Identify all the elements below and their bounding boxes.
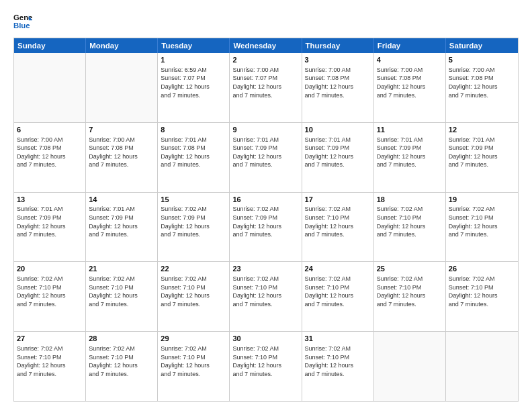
day-number: 19	[449, 195, 515, 205]
day-cell-19: 19Sunrise: 7:02 AM Sunset: 7:10 PM Dayli…	[446, 193, 518, 262]
day-info: Sunrise: 7:00 AM Sunset: 7:08 PM Dayligh…	[89, 136, 154, 169]
day-info: Sunrise: 7:01 AM Sunset: 7:09 PM Dayligh…	[17, 205, 83, 238]
day-number: 12	[449, 125, 515, 135]
day-info: Sunrise: 7:01 AM Sunset: 7:09 PM Dayligh…	[377, 136, 443, 169]
day-number: 17	[305, 195, 371, 205]
day-info: Sunrise: 7:02 AM Sunset: 7:10 PM Dayligh…	[232, 345, 298, 378]
day-info: Sunrise: 7:02 AM Sunset: 7:10 PM Dayligh…	[17, 275, 83, 308]
day-info: Sunrise: 7:00 AM Sunset: 7:08 PM Dayligh…	[305, 66, 371, 99]
day-info: Sunrise: 7:02 AM Sunset: 7:09 PM Dayligh…	[232, 205, 298, 238]
day-cell-2: 2Sunrise: 7:00 AM Sunset: 7:07 PM Daylig…	[230, 53, 302, 122]
day-number: 10	[305, 125, 371, 135]
day-info: Sunrise: 7:02 AM Sunset: 7:10 PM Dayligh…	[89, 275, 154, 308]
week-row-1: 1Sunrise: 6:59 AM Sunset: 7:07 PM Daylig…	[14, 53, 518, 122]
day-number: 27	[17, 334, 83, 344]
day-header-monday: Monday	[86, 38, 158, 53]
day-info: Sunrise: 7:02 AM Sunset: 7:10 PM Dayligh…	[305, 275, 371, 308]
day-number: 7	[89, 125, 154, 135]
day-info: Sunrise: 7:02 AM Sunset: 7:10 PM Dayligh…	[161, 275, 226, 308]
day-cell-30: 30Sunrise: 7:02 AM Sunset: 7:10 PM Dayli…	[230, 332, 302, 401]
empty-cell	[14, 53, 86, 122]
day-cell-25: 25Sunrise: 7:02 AM Sunset: 7:10 PM Dayli…	[374, 262, 446, 331]
header: General Blue	[13, 12, 519, 31]
week-row-2: 6Sunrise: 7:00 AM Sunset: 7:08 PM Daylig…	[14, 122, 518, 192]
day-info: Sunrise: 7:02 AM Sunset: 7:10 PM Dayligh…	[305, 345, 371, 378]
week-row-3: 13Sunrise: 7:01 AM Sunset: 7:09 PM Dayli…	[14, 192, 518, 262]
day-number: 30	[232, 334, 298, 344]
day-number: 4	[377, 55, 443, 65]
day-cell-7: 7Sunrise: 7:00 AM Sunset: 7:08 PM Daylig…	[86, 123, 158, 192]
day-cell-15: 15Sunrise: 7:02 AM Sunset: 7:09 PM Dayli…	[158, 193, 230, 262]
day-cell-31: 31Sunrise: 7:02 AM Sunset: 7:10 PM Dayli…	[302, 332, 374, 401]
day-info: Sunrise: 7:00 AM Sunset: 7:08 PM Dayligh…	[449, 66, 515, 99]
day-info: Sunrise: 7:01 AM Sunset: 7:09 PM Dayligh…	[89, 205, 154, 238]
week-row-4: 20Sunrise: 7:02 AM Sunset: 7:10 PM Dayli…	[14, 261, 518, 331]
day-cell-6: 6Sunrise: 7:00 AM Sunset: 7:08 PM Daylig…	[14, 123, 86, 192]
day-info: Sunrise: 7:02 AM Sunset: 7:10 PM Dayligh…	[377, 275, 443, 308]
day-cell-17: 17Sunrise: 7:02 AM Sunset: 7:10 PM Dayli…	[302, 193, 374, 262]
day-number: 9	[232, 125, 298, 135]
day-number: 2	[232, 55, 298, 65]
day-number: 18	[377, 195, 443, 205]
day-number: 22	[161, 264, 226, 274]
day-cell-9: 9Sunrise: 7:01 AM Sunset: 7:09 PM Daylig…	[230, 123, 302, 192]
day-info: Sunrise: 6:59 AM Sunset: 7:07 PM Dayligh…	[161, 66, 226, 99]
day-number: 8	[161, 125, 226, 135]
day-cell-24: 24Sunrise: 7:02 AM Sunset: 7:10 PM Dayli…	[302, 262, 374, 331]
day-info: Sunrise: 7:01 AM Sunset: 7:09 PM Dayligh…	[449, 136, 515, 169]
day-info: Sunrise: 7:00 AM Sunset: 7:08 PM Dayligh…	[17, 136, 83, 169]
day-cell-1: 1Sunrise: 6:59 AM Sunset: 7:07 PM Daylig…	[158, 53, 230, 122]
day-cell-11: 11Sunrise: 7:01 AM Sunset: 7:09 PM Dayli…	[374, 123, 446, 192]
day-info: Sunrise: 7:02 AM Sunset: 7:10 PM Dayligh…	[449, 275, 515, 308]
empty-cell	[86, 53, 158, 122]
day-number: 24	[305, 264, 371, 274]
day-info: Sunrise: 7:02 AM Sunset: 7:10 PM Dayligh…	[161, 345, 226, 378]
empty-cell	[374, 332, 446, 401]
day-number: 5	[449, 55, 515, 65]
day-number: 21	[89, 264, 154, 274]
day-number: 26	[449, 264, 515, 274]
week-row-5: 27Sunrise: 7:02 AM Sunset: 7:10 PM Dayli…	[14, 331, 518, 401]
day-header-wednesday: Wednesday	[230, 38, 302, 53]
day-header-saturday: Saturday	[446, 38, 518, 53]
day-header-tuesday: Tuesday	[158, 38, 230, 53]
day-cell-3: 3Sunrise: 7:00 AM Sunset: 7:08 PM Daylig…	[302, 53, 374, 122]
svg-text:Blue: Blue	[13, 21, 30, 30]
day-number: 28	[89, 334, 154, 344]
day-cell-29: 29Sunrise: 7:02 AM Sunset: 7:10 PM Dayli…	[158, 332, 230, 401]
day-info: Sunrise: 7:02 AM Sunset: 7:10 PM Dayligh…	[305, 205, 371, 238]
day-info: Sunrise: 7:02 AM Sunset: 7:10 PM Dayligh…	[377, 205, 443, 238]
day-cell-12: 12Sunrise: 7:01 AM Sunset: 7:09 PM Dayli…	[446, 123, 518, 192]
day-cell-8: 8Sunrise: 7:01 AM Sunset: 7:08 PM Daylig…	[158, 123, 230, 192]
day-cell-18: 18Sunrise: 7:02 AM Sunset: 7:10 PM Dayli…	[374, 193, 446, 262]
day-info: Sunrise: 7:02 AM Sunset: 7:10 PM Dayligh…	[232, 275, 298, 308]
day-cell-14: 14Sunrise: 7:01 AM Sunset: 7:09 PM Dayli…	[86, 193, 158, 262]
day-number: 25	[377, 264, 443, 274]
day-number: 20	[17, 264, 83, 274]
day-number: 16	[232, 195, 298, 205]
day-info: Sunrise: 7:01 AM Sunset: 7:08 PM Dayligh…	[161, 136, 226, 169]
day-cell-28: 28Sunrise: 7:02 AM Sunset: 7:10 PM Dayli…	[86, 332, 158, 401]
day-info: Sunrise: 7:02 AM Sunset: 7:10 PM Dayligh…	[17, 345, 83, 378]
day-header-thursday: Thursday	[302, 38, 374, 53]
day-cell-26: 26Sunrise: 7:02 AM Sunset: 7:10 PM Dayli…	[446, 262, 518, 331]
day-header-friday: Friday	[374, 38, 446, 53]
day-cell-27: 27Sunrise: 7:02 AM Sunset: 7:10 PM Dayli…	[14, 332, 86, 401]
day-info: Sunrise: 7:00 AM Sunset: 7:07 PM Dayligh…	[232, 66, 298, 99]
day-number: 14	[89, 195, 154, 205]
calendar-header: SundayMondayTuesdayWednesdayThursdayFrid…	[14, 38, 518, 53]
calendar-body: 1Sunrise: 6:59 AM Sunset: 7:07 PM Daylig…	[14, 53, 518, 401]
day-header-sunday: Sunday	[14, 38, 86, 53]
day-number: 31	[305, 334, 371, 344]
calendar: SundayMondayTuesdayWednesdayThursdayFrid…	[13, 38, 519, 402]
day-number: 11	[377, 125, 443, 135]
day-cell-23: 23Sunrise: 7:02 AM Sunset: 7:10 PM Dayli…	[230, 262, 302, 331]
day-info: Sunrise: 7:02 AM Sunset: 7:09 PM Dayligh…	[161, 205, 226, 238]
day-number: 6	[17, 125, 83, 135]
day-info: Sunrise: 7:02 AM Sunset: 7:10 PM Dayligh…	[449, 205, 515, 238]
day-info: Sunrise: 7:00 AM Sunset: 7:08 PM Dayligh…	[377, 66, 443, 99]
day-number: 15	[161, 195, 226, 205]
day-number: 1	[161, 55, 226, 65]
empty-cell	[446, 332, 518, 401]
logo-icon: General Blue	[13, 12, 32, 31]
